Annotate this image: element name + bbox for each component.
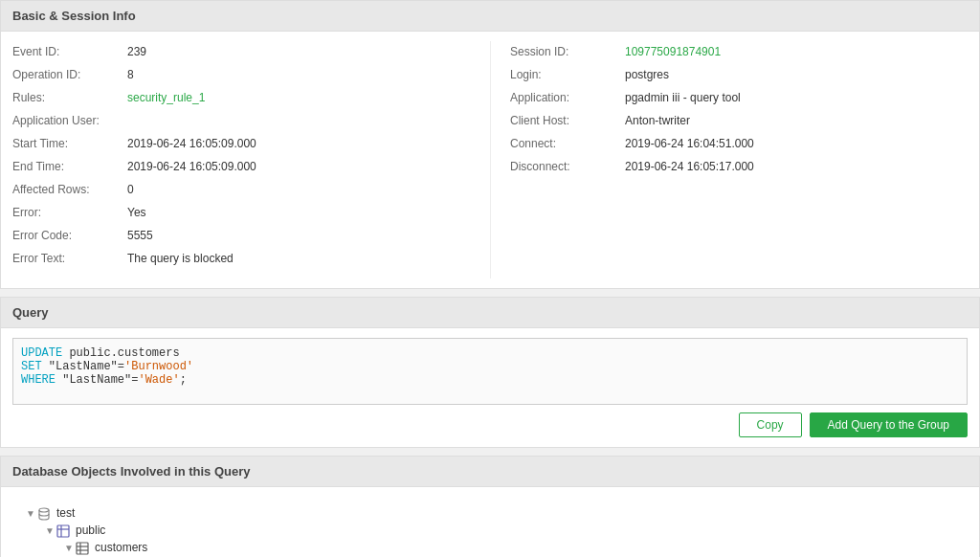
info-right-column: Session ID:109775091874901Login:postgres… <box>490 41 968 278</box>
info-value: Anton-twriter <box>625 114 690 127</box>
info-label: Application User: <box>12 114 127 127</box>
info-row: Session ID:109775091874901 <box>510 45 956 64</box>
svg-rect-4 <box>77 543 88 554</box>
info-value: 0 <box>127 183 134 196</box>
info-row: Disconnect:2019-06-24 16:05:17.000 <box>510 160 956 179</box>
info-value[interactable]: security_rule_1 <box>127 91 205 104</box>
query-header: Query <box>1 298 979 328</box>
tree-toggle[interactable]: ▼ <box>43 525 56 536</box>
info-label: Event ID: <box>12 45 127 58</box>
info-row: Login:postgres <box>510 68 956 87</box>
info-label: Operation ID: <box>12 68 127 81</box>
info-label: Error: <box>12 206 127 219</box>
info-label: Start Time: <box>12 137 127 150</box>
query-buttons: Copy Add Query to the Group <box>12 412 968 437</box>
tree-node[interactable]: ▼ customers <box>24 539 956 556</box>
info-left-column: Event ID:239Operation ID:8Rules:security… <box>12 41 490 278</box>
info-value: postgres <box>625 68 669 81</box>
info-label: Session ID: <box>510 45 625 58</box>
db-objects-section: Database Objects Involved in this Query … <box>0 456 980 557</box>
info-label: End Time: <box>12 160 127 173</box>
info-row: Client Host:Anton-twriter <box>510 114 956 133</box>
info-value: 239 <box>127 45 146 58</box>
info-label: Connect: <box>510 137 625 150</box>
tree-label: test <box>56 506 75 520</box>
info-value: 2019-06-24 16:05:17.000 <box>625 160 754 173</box>
info-row: Error:Yes <box>12 206 479 225</box>
info-row: Start Time:2019-06-24 16:05:09.000 <box>12 137 479 156</box>
info-row: End Time:2019-06-24 16:05:09.000 <box>12 160 479 179</box>
query-section: Query UPDATE public.customers SET "LastN… <box>0 297 980 448</box>
info-value: The query is blocked <box>127 252 234 265</box>
tree-label: customers <box>95 541 147 554</box>
info-grid: Event ID:239Operation ID:8Rules:security… <box>12 41 968 278</box>
info-value: 5555 <box>127 229 153 242</box>
tree-toggle[interactable]: ▼ <box>24 508 37 519</box>
info-value: 2019-06-24 16:04:51.000 <box>625 137 754 150</box>
info-value: Yes <box>127 206 146 219</box>
query-body: UPDATE public.customers SET "LastName"='… <box>1 328 979 447</box>
tree-node[interactable]: ▼ public <box>24 522 956 539</box>
tree-node[interactable]: ▼ test <box>24 504 956 522</box>
tree-toggle[interactable]: ▼ <box>62 543 76 553</box>
db-objects-title: Database Objects Involved in this Query <box>12 464 251 479</box>
basic-session-title: Basic & Session Info <box>12 9 136 23</box>
info-label: Error Code: <box>12 229 127 242</box>
info-row: Operation ID:8 <box>12 68 479 87</box>
table-icon <box>76 541 91 554</box>
info-label: Disconnect: <box>510 160 625 173</box>
info-value: pgadmin iii - query tool <box>625 91 741 104</box>
info-row: Connect:2019-06-24 16:04:51.000 <box>510 137 956 156</box>
info-label: Affected Rows: <box>12 183 127 196</box>
info-label: Rules: <box>12 91 127 104</box>
basic-session-section: Basic & Session Info Event ID:239Operati… <box>0 0 980 289</box>
info-label: Application: <box>510 91 625 104</box>
query-title: Query <box>12 305 49 320</box>
info-label: Error Text: <box>12 252 127 265</box>
basic-session-header: Basic & Session Info <box>1 1 979 32</box>
db-objects-body: ▼ test▼ public▼ customers LastName <box>1 487 979 557</box>
info-row: Affected Rows:0 <box>12 183 479 202</box>
query-code: UPDATE public.customers SET "LastName"='… <box>12 338 968 405</box>
add-query-button[interactable]: Add Query to the Group <box>810 412 968 437</box>
tree-label: public <box>76 524 105 537</box>
schema-icon <box>56 524 72 537</box>
info-row: Rules:security_rule_1 <box>12 91 479 110</box>
basic-session-body: Event ID:239Operation ID:8Rules:security… <box>1 32 979 288</box>
info-row: Application:pgadmin iii - query tool <box>510 91 956 110</box>
info-value: 2019-06-24 16:05:09.000 <box>127 137 256 150</box>
db-objects-header: Database Objects Involved in this Query <box>1 457 979 487</box>
db-tree: ▼ test▼ public▼ customers LastName <box>12 497 968 557</box>
info-value: 2019-06-24 16:05:09.000 <box>127 160 256 173</box>
info-row: Error Text:The query is blocked <box>12 252 479 271</box>
svg-rect-1 <box>57 525 69 537</box>
info-label: Login: <box>510 68 625 81</box>
info-row: Event ID:239 <box>12 45 479 64</box>
info-row: Error Code:5555 <box>12 229 479 248</box>
info-label: Client Host: <box>510 114 625 127</box>
svg-point-0 <box>39 508 49 512</box>
info-value[interactable]: 109775091874901 <box>625 45 721 58</box>
database-icon <box>37 506 53 520</box>
copy-button[interactable]: Copy <box>739 412 802 437</box>
info-value: 8 <box>127 68 134 81</box>
info-row: Application User: <box>12 114 479 133</box>
